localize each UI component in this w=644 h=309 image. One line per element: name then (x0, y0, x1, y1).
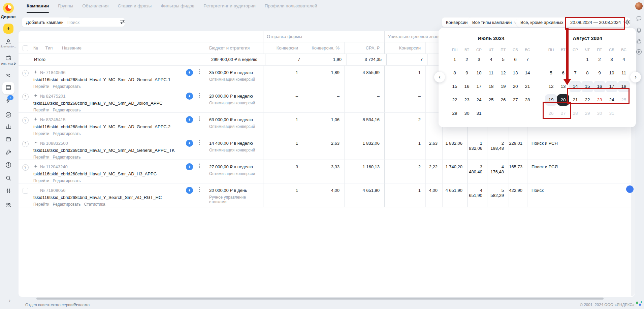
calendar-day[interactable]: 3 (473, 54, 485, 65)
row-link-1[interactable]: Редактировать (53, 84, 81, 89)
col-cpa[interactable]: CPA, ₽ (344, 42, 384, 54)
calendar-day[interactable]: 3 (606, 54, 618, 65)
row-menu-button[interactable] (198, 187, 201, 192)
calendar-day[interactable]: 25 (485, 94, 497, 106)
calendar-day[interactable]: 14 (521, 67, 534, 79)
tab-2[interactable]: Объявления (82, 3, 108, 13)
row-help-icon[interactable]: ? (22, 141, 29, 147)
filter-button[interactable] (119, 19, 127, 27)
calendar-day[interactable]: 23 (593, 94, 606, 106)
row-link-0[interactable]: Перейти (33, 155, 50, 160)
calendar-day[interactable]: 13 (557, 81, 569, 92)
sidebar-item-search[interactable] (2, 173, 14, 185)
calendar-day[interactable]: 8 (449, 67, 461, 79)
sidebar-item-overview[interactable] (2, 70, 14, 82)
tab-5[interactable]: Ретаргетинг и аудитории (203, 3, 256, 13)
col-conversions[interactable]: Конверсии (263, 42, 303, 54)
select-all-checkbox[interactable] (23, 45, 28, 51)
calendar-day[interactable]: 21 (569, 94, 581, 106)
calendar-day[interactable]: 5 (545, 67, 557, 79)
calendar-day[interactable]: 23 (461, 94, 473, 106)
calendar-day[interactable]: 9 (593, 67, 606, 79)
footer-link-support[interactable]: Отдел клиентского сервиса (25, 303, 77, 307)
footer-link-ads[interactable]: Реклама (73, 303, 90, 307)
campaign-name[interactable]: tskid116tskid_cbrid268cbrid_Haval_Y_MC_S… (33, 101, 207, 106)
row-help-icon[interactable]: ? (22, 164, 29, 171)
calendar-day[interactable]: 13 (509, 67, 521, 79)
calendar-day[interactable]: 10 (606, 67, 618, 79)
sidebar-item-audience[interactable] (2, 199, 14, 211)
campaign-name[interactable]: tskid116tskid_cbrid268cbrid_Haval_Y_MC_S… (33, 124, 207, 129)
sidebar-item-campaigns[interactable] (2, 82, 14, 94)
calendar-day[interactable]: 29 (449, 108, 461, 119)
calendar-day[interactable]: 22 (581, 94, 593, 106)
calendar-day[interactable]: 18 (485, 81, 497, 92)
tab-4[interactable]: Фильтры фидов (161, 3, 194, 13)
calendar-day[interactable]: 17 (606, 81, 618, 92)
sidebar-item-settings[interactable] (2, 185, 14, 198)
row-link-0[interactable]: Перейти (33, 84, 50, 89)
calendar-prev-month-button[interactable]: ‹ (434, 72, 445, 82)
col-conversion-rate[interactable]: Конверсия, % (303, 42, 344, 54)
calendar-day[interactable]: 12 (497, 67, 509, 79)
boost-status-button[interactable] (186, 69, 193, 76)
row-link-0[interactable]: Перейти (33, 108, 50, 112)
calendar-day[interactable]: 26 (497, 94, 509, 106)
row-link-1[interactable]: Редактировать (53, 202, 81, 207)
campaign-name[interactable]: tskid116tskid_cbrid268cbrid_Haval_Y_MC_S… (33, 171, 207, 176)
campaign-name[interactable]: tskid116tskid_cbrid268cbrid_Haval_Y_Sear… (33, 195, 207, 200)
row-menu-button[interactable] (198, 69, 201, 74)
calendar-day[interactable]: 1 (581, 54, 593, 65)
calendar-day[interactable]: 4 (485, 54, 497, 65)
calendar-day[interactable]: 21 (521, 81, 534, 92)
boost-status-button[interactable] (186, 187, 193, 194)
calendar-day[interactable]: 16 (461, 81, 473, 92)
date-range-picker[interactable]: 20.08.2024 — 20.08.2024 (566, 18, 630, 27)
calendar-day[interactable]: 16 (593, 81, 606, 92)
notifications-button[interactable] (635, 27, 643, 35)
calendar-day[interactable]: 27 (509, 94, 521, 106)
calendar-day[interactable]: 1 (449, 54, 461, 65)
row-link-0[interactable]: Перейти (33, 178, 50, 183)
calendar-day[interactable]: 2 (461, 54, 473, 65)
calendar-next-month-button[interactable]: › (630, 72, 641, 82)
row-menu-button[interactable] (198, 93, 201, 98)
row-link-1[interactable]: Редактировать (53, 178, 81, 183)
calendar-day[interactable]: 20 (509, 81, 521, 92)
row-link-2[interactable]: Статистика (84, 202, 105, 207)
calendar-day[interactable]: 15 (449, 81, 461, 92)
col-name[interactable]: Название (62, 45, 82, 50)
sidebar-item-orders[interactable] (2, 134, 14, 146)
tab-6[interactable]: Профили пользователей (265, 3, 317, 13)
row-link-1[interactable]: Редактировать (53, 155, 81, 160)
calendar-day[interactable]: 28 (521, 94, 534, 106)
calendar-day[interactable]: 8 (581, 67, 593, 79)
tab-0[interactable]: Кампании (27, 3, 49, 13)
metric-pill[interactable]: Конверсии (442, 18, 472, 27)
calendar-day[interactable]: 24 (606, 94, 618, 106)
row-link-0[interactable]: Перейти (33, 131, 50, 136)
campaign-type-filter[interactable]: Все типы кампаний (468, 18, 521, 27)
col-type[interactable]: Тип (45, 45, 53, 50)
help-peek-button[interactable] (626, 185, 634, 193)
table-settings-button[interactable] (623, 19, 632, 27)
campaign-name[interactable]: tskid116tskid_cbrid268cbrid_Haval_Y_MC_S… (33, 77, 207, 82)
calendar-day[interactable]: 18 (618, 81, 630, 92)
calendar-day[interactable]: 11 (618, 67, 630, 79)
user-avatar[interactable] (635, 2, 643, 10)
calendar-day[interactable]: 31 (473, 108, 485, 119)
sidebar-collapse-chevron[interactable]: › (9, 298, 10, 304)
tab-3[interactable]: Ставки и фразы (118, 3, 152, 13)
tab-1[interactable]: Группы (58, 3, 73, 13)
archive-filter[interactable]: Все, кроме архивных (516, 18, 573, 27)
horizontal-scrollbar[interactable] (36, 298, 604, 300)
calendar-day[interactable]: 19 (497, 81, 509, 92)
row-help-icon[interactable]: ? (22, 117, 29, 124)
calendar-day[interactable]: 19 (545, 94, 557, 106)
calendar-day[interactable]: 9 (461, 67, 473, 79)
col-num[interactable]: № (33, 45, 38, 50)
video-help-button[interactable] (635, 49, 643, 56)
boost-status-button[interactable] (186, 93, 193, 100)
calendar-day[interactable]: 17 (473, 81, 485, 92)
row-link-0[interactable]: Перейти (33, 202, 50, 207)
